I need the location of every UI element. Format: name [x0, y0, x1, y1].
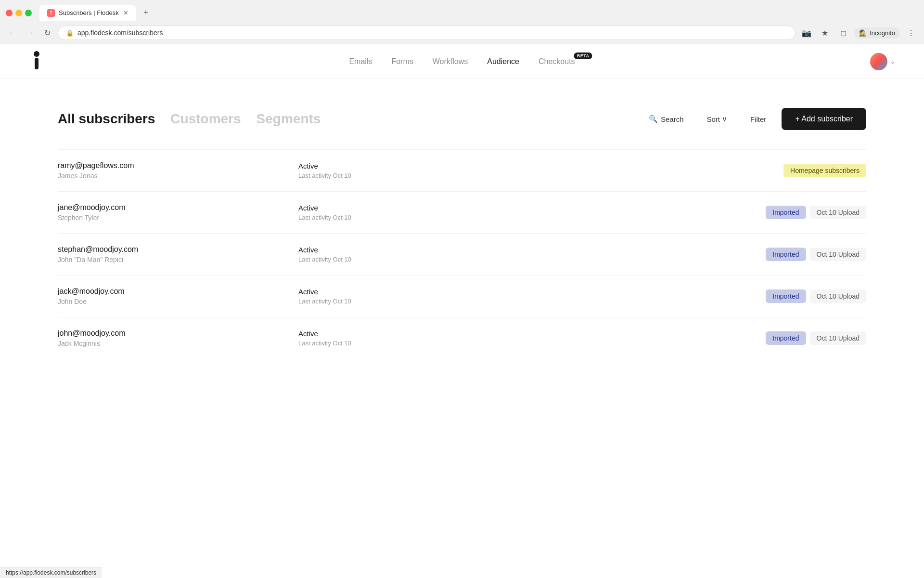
tag-item[interactable]: Homepage subscribers: [783, 164, 866, 177]
tag-item[interactable]: Oct 10 Upload: [810, 248, 867, 261]
search-icon: 🔍: [649, 115, 658, 123]
address-bar[interactable]: 🔒 app.flodesk.com/subscribers: [58, 26, 796, 40]
subscriber-status: Active Last activity Oct 10: [298, 329, 674, 347]
user-menu-chevron[interactable]: ⌄: [890, 58, 895, 65]
subscriber-email: stephan@moodjoy.com: [58, 245, 298, 254]
beta-badge: BETA: [574, 53, 592, 59]
subscriber-row[interactable]: john@moodjoy.com Jack Mcginnis Active La…: [58, 317, 866, 359]
subscriber-tags: Imported Oct 10 Upload: [674, 331, 866, 345]
user-section: ⌄: [870, 53, 895, 70]
page-header: All subscribers Customers Segments 🔍 Sea…: [58, 108, 866, 130]
svg-point-0: [34, 51, 39, 57]
sort-button[interactable]: Sort ∨: [699, 110, 735, 128]
tag-item[interactable]: Oct 10 Upload: [810, 331, 867, 345]
subscriber-status: Active Last activity Oct 10: [298, 288, 674, 305]
browser-chrome: f Subscribers | Flodesk × + ← → ↻ 🔒 app.…: [0, 0, 924, 44]
nav-checkouts[interactable]: Checkouts BETA: [539, 57, 575, 66]
incognito-label: Incognito: [870, 29, 895, 37]
subscriber-name: John "Da Man" Repici: [58, 256, 298, 263]
subscriber-info: ramy@pageflows.com James Jonas: [58, 161, 298, 180]
extensions-icon[interactable]: ◻: [836, 26, 850, 40]
tag-item[interactable]: Imported: [766, 331, 806, 345]
subscriber-name: Stephen Tyler: [58, 214, 298, 222]
address-text: app.flodesk.com/subscribers: [77, 29, 163, 37]
tag-item[interactable]: Oct 10 Upload: [810, 206, 867, 219]
camera-icon[interactable]: 📷: [799, 26, 814, 40]
tag-item[interactable]: Imported: [766, 289, 806, 303]
minimize-dot[interactable]: [15, 10, 22, 16]
status-activity: Last activity Oct 10: [298, 298, 674, 305]
tab-favicon: f: [47, 9, 55, 17]
subscriber-tags: Imported Oct 10 Upload: [674, 248, 866, 261]
back-button[interactable]: ←: [6, 26, 19, 39]
close-dot[interactable]: [6, 10, 13, 16]
status-label: Active: [298, 162, 674, 170]
search-button[interactable]: 🔍 Search: [641, 110, 692, 128]
subscriber-email: ramy@pageflows.com: [58, 161, 298, 170]
subscriber-email: jack@moodjoy.com: [58, 287, 298, 296]
filter-button[interactable]: Filter: [743, 110, 774, 128]
subscriber-row[interactable]: jack@moodjoy.com John Doe Active Last ac…: [58, 275, 866, 317]
window-controls: [6, 10, 32, 16]
subscriber-name: John Doe: [58, 298, 298, 305]
status-activity: Last activity Oct 10: [298, 214, 674, 221]
nav-forms[interactable]: Forms: [391, 57, 413, 66]
status-url: https://app.flodesk.com/subscribers: [6, 569, 96, 576]
refresh-button[interactable]: ↻: [40, 26, 54, 39]
tag-item[interactable]: Imported: [766, 206, 806, 219]
active-tab[interactable]: f Subscribers | Flodesk ×: [39, 5, 136, 21]
subscriber-info: john@moodjoy.com Jack Mcginnis: [58, 329, 298, 347]
subscriber-info: jack@moodjoy.com John Doe: [58, 287, 298, 305]
tab-all-subscribers[interactable]: All subscribers: [58, 111, 155, 127]
forward-button[interactable]: →: [23, 26, 37, 39]
tag-item[interactable]: Oct 10 Upload: [810, 289, 867, 303]
subscriber-row[interactable]: ramy@pageflows.com James Jonas Active La…: [58, 149, 866, 191]
status-label: Active: [298, 329, 674, 338]
maximize-dot[interactable]: [25, 10, 32, 16]
subscriber-status: Active Last activity Oct 10: [298, 162, 674, 179]
nav-right-controls: 📷 ★ ◻ 🕵 Incognito ⋮: [799, 26, 918, 40]
status-activity: Last activity Oct 10: [298, 340, 674, 347]
subscriber-name: James Jonas: [58, 172, 298, 180]
app-logo[interactable]: [29, 50, 44, 73]
subscriber-tags: Imported Oct 10 Upload: [674, 289, 866, 303]
subscriber-row[interactable]: jane@moodjoy.com Stephen Tyler Active La…: [58, 191, 866, 233]
more-menu-button[interactable]: ⋮: [904, 26, 918, 40]
subscriber-info: jane@moodjoy.com Stephen Tyler: [58, 203, 298, 222]
main-content: All subscribers Customers Segments 🔍 Sea…: [0, 79, 924, 388]
status-label: Active: [298, 288, 674, 296]
new-tab-btn[interactable]: +: [138, 4, 154, 22]
browser-status-bar: https://app.flodesk.com/subscribers: [0, 567, 102, 578]
tab-bar: f Subscribers | Flodesk × +: [0, 0, 924, 22]
bookmark-icon[interactable]: ★: [818, 26, 832, 40]
sort-chevron-icon: ∨: [722, 115, 727, 123]
app-header: Emails Forms Workflows Audience Checkout…: [0, 44, 924, 79]
subscriber-info: stephan@moodjoy.com John "Da Man" Repici: [58, 245, 298, 263]
incognito-badge: 🕵 Incognito: [854, 27, 900, 39]
subscriber-name: Jack Mcginnis: [58, 340, 298, 347]
status-activity: Last activity Oct 10: [298, 172, 674, 179]
add-subscriber-button[interactable]: + Add subscriber: [782, 108, 866, 130]
subscriber-tags: Homepage subscribers: [674, 164, 866, 177]
tab-segments[interactable]: Segments: [257, 111, 321, 127]
tab-close-btn[interactable]: ×: [124, 9, 128, 17]
nav-workflows[interactable]: Workflows: [433, 57, 468, 66]
app-nav: Emails Forms Workflows Audience Checkout…: [349, 57, 575, 66]
page-tabs: All subscribers Customers Segments: [58, 111, 321, 127]
subscriber-tags: Imported Oct 10 Upload: [674, 206, 866, 219]
page-actions: 🔍 Search Sort ∨ Filter + Add subscriber: [641, 108, 866, 130]
nav-audience[interactable]: Audience: [487, 57, 519, 66]
subscriber-status: Active Last activity Oct 10: [298, 204, 674, 221]
tab-title: Subscribers | Flodesk: [59, 9, 119, 16]
subscriber-status: Active Last activity Oct 10: [298, 246, 674, 263]
tab-customers[interactable]: Customers: [170, 111, 241, 127]
status-activity: Last activity Oct 10: [298, 256, 674, 263]
subscriber-row[interactable]: stephan@moodjoy.com John "Da Man" Repici…: [58, 233, 866, 275]
status-label: Active: [298, 246, 674, 254]
tag-item[interactable]: Imported: [766, 248, 806, 261]
nav-emails[interactable]: Emails: [349, 57, 372, 66]
user-avatar[interactable]: [870, 53, 887, 70]
subscriber-email: jane@moodjoy.com: [58, 203, 298, 212]
browser-nav: ← → ↻ 🔒 app.flodesk.com/subscribers 📷 ★ …: [0, 22, 924, 44]
svg-rect-1: [35, 58, 38, 69]
